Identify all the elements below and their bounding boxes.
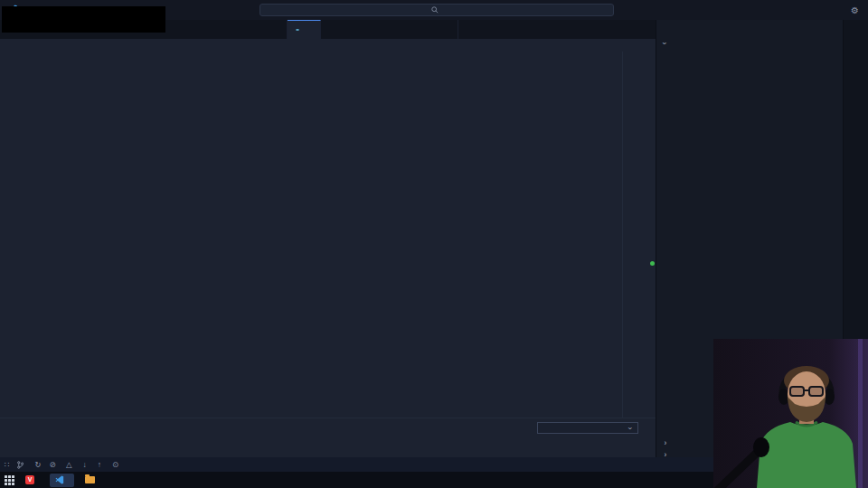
bottom-panel: › xyxy=(0,418,656,457)
branch-icon xyxy=(17,461,24,469)
webcam-video xyxy=(713,339,868,488)
code-editor[interactable] xyxy=(0,52,622,418)
git-branch-item[interactable] xyxy=(17,461,26,469)
dot-icon: ⊙ xyxy=(112,460,118,469)
warning-icon: △ xyxy=(66,460,72,469)
webcam-overlay xyxy=(713,339,868,488)
search-icon xyxy=(431,6,439,14)
incoming-changes-item[interactable]: ↓ xyxy=(83,460,90,469)
taskbar-item-files[interactable] xyxy=(80,474,100,487)
problems-item[interactable]: ⊘ △ xyxy=(50,460,75,469)
remote-indicator-icon[interactable]: ∷ xyxy=(5,460,9,469)
vscode-icon xyxy=(55,475,64,484)
titlebar-far-icons: ⚙ xyxy=(851,0,859,20)
settings-gear-icon[interactable]: ⚙ xyxy=(851,5,859,15)
timer-overlay xyxy=(2,6,165,33)
al-file-icon xyxy=(296,29,299,31)
editor-scrollbar[interactable] xyxy=(646,52,656,418)
breadcrumb xyxy=(0,39,656,52)
error-icon: ⊘ xyxy=(50,460,56,469)
arrow-up-icon: ↑ xyxy=(98,460,101,469)
output-channel-dropdown[interactable]: › xyxy=(537,422,638,434)
statusbar-right xyxy=(646,457,658,472)
taskbar-item-vscode[interactable] xyxy=(50,474,74,487)
sync-count-item[interactable]: ⊙ xyxy=(112,460,121,469)
chevron-right-icon: › xyxy=(662,438,669,447)
command-center[interactable] xyxy=(259,4,614,16)
vivaldi-icon: V xyxy=(25,475,34,484)
minimap[interactable] xyxy=(622,52,646,418)
chevron-down-icon: › xyxy=(660,40,669,47)
folder-icon xyxy=(85,476,95,483)
chevron-down-icon: › xyxy=(627,427,636,429)
notification-dot xyxy=(650,261,655,266)
outgoing-changes-item[interactable]: ↑ xyxy=(98,460,104,469)
taskbar-item-browser[interactable]: V xyxy=(20,474,44,487)
app-launcher-icon[interactable] xyxy=(5,475,14,485)
panel-controls: › xyxy=(537,422,646,434)
sidebar-title xyxy=(656,20,843,36)
tab-writeoffcustintojournal[interactable] xyxy=(288,20,321,39)
vscode-window: ← → ⚙ xyxy=(0,0,868,488)
tab-al-page-designer[interactable] xyxy=(321,20,458,39)
sidebar-section-github-algo[interactable]: › xyxy=(656,36,843,51)
sync-icon[interactable]: ↻ xyxy=(34,460,41,469)
arrow-down-icon: ↓ xyxy=(83,460,87,469)
